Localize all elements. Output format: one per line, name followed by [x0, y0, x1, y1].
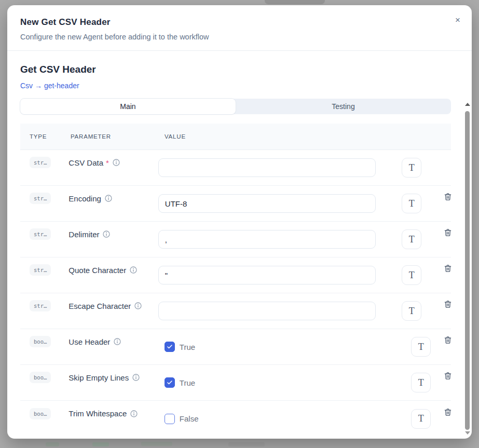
value-checkbox[interactable] — [165, 377, 175, 388]
background-hint — [92, 442, 109, 446]
value-checkbox[interactable] — [165, 342, 175, 352]
parameter-name: Delimiter — [69, 230, 99, 239]
delete-button[interactable] — [442, 298, 454, 311]
text-mode-button[interactable]: T — [402, 265, 421, 285]
param-table-body: str… CSV Data * T str… Enco — [20, 150, 451, 437]
vertical-scrollbar[interactable] — [464, 98, 471, 438]
checkbox-check-icon — [167, 344, 173, 350]
dialog-subtitle: Configure the new Agent before adding it… — [20, 33, 459, 41]
table-row: str… Delimiter T — [20, 222, 451, 257]
new-agent-dialog: New Get CSV Header Configure the new Age… — [7, 5, 472, 439]
value-input[interactable] — [158, 230, 376, 249]
text-mode-button[interactable]: T — [411, 409, 431, 429]
parameter-name: Encoding — [69, 194, 101, 203]
text-mode-button[interactable]: T — [402, 194, 421, 213]
table-row: boo… Use Header True — [20, 329, 451, 365]
parameter-name: Use Header — [69, 337, 110, 346]
info-icon[interactable] — [114, 338, 121, 345]
checkbox-value-label: True — [180, 378, 195, 387]
trash-icon — [443, 335, 453, 345]
parameter-name: CSV Data — [69, 158, 103, 167]
text-mode-button[interactable]: T — [411, 373, 431, 392]
text-mode-button[interactable]: T — [402, 229, 421, 249]
info-icon[interactable] — [105, 195, 112, 202]
type-badge: str… — [30, 228, 51, 240]
trash-icon — [443, 227, 453, 237]
delete-button[interactable] — [442, 370, 454, 383]
info-icon[interactable] — [134, 302, 142, 309]
table-header-row: TYPE PARAMETER VALUE — [20, 124, 451, 150]
background-hint — [46, 442, 59, 446]
scroll-up-arrow-icon[interactable] — [465, 103, 470, 106]
checkbox-field: True — [158, 342, 376, 352]
breadcrumb: Csv → get-header — [20, 82, 451, 90]
close-icon[interactable]: × — [455, 16, 460, 24]
table-row: str… Encoding T — [20, 186, 451, 222]
delete-button[interactable] — [442, 191, 454, 204]
text-mode-button[interactable]: T — [411, 337, 431, 357]
table-row: str… CSV Data * T — [20, 150, 451, 186]
value-input[interactable] — [158, 158, 376, 177]
breadcrumb-source[interactable]: Csv — [20, 82, 33, 90]
value-input[interactable] — [158, 302, 376, 320]
dialog-header: New Get CSV Header Configure the new Age… — [7, 5, 472, 51]
column-header-type: TYPE — [20, 133, 71, 140]
type-badge: boo… — [30, 372, 51, 383]
trash-icon — [443, 192, 453, 201]
table-row: boo… Skip Empty Lines True — [20, 365, 451, 401]
table-row: str… Quote Character T — [20, 257, 451, 293]
type-badge: str… — [30, 157, 51, 168]
trash-icon — [443, 263, 453, 273]
trash-icon — [443, 299, 453, 309]
value-checkbox[interactable] — [165, 414, 175, 424]
table-row: boo… Trim Whitespace False T — [20, 401, 451, 437]
type-badge: str… — [30, 300, 51, 311]
scroll-down-arrow-icon[interactable] — [465, 431, 470, 435]
text-mode-button[interactable]: T — [402, 301, 421, 321]
trash-icon — [443, 371, 453, 381]
value-input[interactable] — [158, 194, 376, 213]
delete-button[interactable] — [442, 226, 454, 240]
breadcrumb-arrow-icon: → — [35, 82, 42, 90]
column-header-parameter: PARAMETER — [71, 133, 165, 140]
parameter-name: Escape Character — [69, 302, 131, 310]
background-button-shape — [265, 0, 325, 4]
checkbox-value-label: True — [180, 343, 195, 351]
info-icon[interactable] — [103, 230, 110, 238]
text-mode-button[interactable]: T — [402, 158, 421, 178]
dialog-title: New Get CSV Header — [20, 17, 459, 28]
info-icon[interactable] — [130, 410, 138, 417]
breadcrumb-action[interactable]: get-header — [44, 82, 79, 90]
tab-testing[interactable]: Testing — [236, 99, 451, 114]
checkbox-check-icon — [167, 379, 173, 386]
checkbox-value-label: False — [180, 414, 199, 423]
type-badge: str… — [30, 193, 51, 204]
type-badge: boo… — [30, 408, 51, 419]
info-icon[interactable] — [130, 266, 137, 274]
value-input[interactable] — [158, 266, 376, 284]
type-badge: str… — [30, 264, 51, 276]
parameter-name: Quote Character — [69, 266, 126, 275]
parameter-name: Trim Whitespace — [69, 409, 127, 418]
required-asterisk: * — [106, 158, 109, 167]
delete-button[interactable] — [442, 406, 454, 419]
background-hint — [228, 442, 265, 446]
parameter-name: Skip Empty Lines — [69, 373, 129, 382]
scrollbar-thumb[interactable] — [465, 111, 470, 430]
tab-main[interactable]: Main — [20, 99, 236, 114]
delete-button[interactable] — [442, 262, 454, 276]
info-icon[interactable] — [113, 159, 120, 166]
background-hint — [141, 442, 172, 446]
delete-button[interactable] — [442, 334, 454, 347]
checkbox-field: False — [158, 414, 376, 424]
info-icon[interactable] — [132, 374, 140, 381]
tab-bar: Main Testing — [20, 99, 451, 114]
dialog-body: Get CSV Header Csv → get-header Main Tes… — [7, 51, 472, 439]
column-header-value: VALUE — [165, 133, 393, 140]
type-badge: boo… — [30, 336, 51, 347]
parameter-table: TYPE PARAMETER VALUE str… CSV Data * — [20, 124, 451, 437]
trash-icon — [443, 407, 453, 417]
agent-title: Get CSV Header — [20, 64, 451, 75]
checkbox-field: True — [158, 377, 376, 388]
table-row: str… Escape Character T — [20, 293, 451, 329]
